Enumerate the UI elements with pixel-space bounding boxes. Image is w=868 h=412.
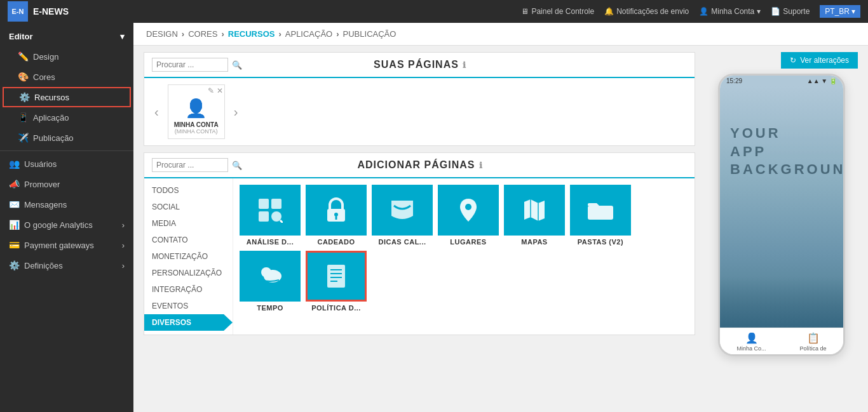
pages-carousel: ‹ ✎ ✕ 👤 MINHA CONTA (MINHA CONTA) › — [144, 78, 695, 145]
painel-controle-link[interactable]: 🖥 Painel de Controle — [521, 7, 594, 16]
page-card-controls: ✎ ✕ — [208, 86, 223, 95]
svg-rect-12 — [327, 265, 345, 288]
adicionar-paginas-header: 🔍 ADICIONAR PÁGINAS ℹ — [144, 153, 695, 178]
svg-rect-1 — [271, 199, 281, 209]
tile-mapas[interactable]: MAPAS — [504, 185, 565, 246]
svg-point-3 — [271, 211, 281, 222]
adicionar-paginas-title: ADICIONAR PÁGINAS ℹ — [357, 159, 482, 171]
left-panels: 🔍 SUAS PÁGINAS ℹ ‹ ✎ — [144, 52, 695, 406]
pastas-icon — [570, 185, 631, 236]
publicacao-icon: ✈️ — [18, 133, 28, 143]
breadcrumb: DESIGN › CORES › RECURSOS › APLICAÇÃO › … — [133, 23, 868, 46]
add-search-icon[interactable]: 🔍 — [232, 161, 242, 170]
app-title: E-NEWS — [33, 6, 69, 17]
adicionar-paginas-search-input[interactable] — [152, 158, 228, 172]
tile-analise[interactable]: ANÁLISE D... — [240, 185, 301, 246]
search-icon[interactable]: 🔍 — [232, 60, 242, 70]
content-area: DESIGN › CORES › RECURSOS › APLICAÇÃO › … — [133, 23, 868, 412]
topbar: E-N E-NEWS 🖥 Painel de Controle 🔔 Notifi… — [0, 0, 868, 23]
lang-button[interactable]: PT_BR ▾ — [820, 5, 860, 18]
sidebar-item-definicoes[interactable]: ⚙️ Definições › — [0, 255, 133, 276]
minha-conta-link[interactable]: 👤 Minha Conta ▾ — [699, 7, 761, 16]
breadcrumb-publicacao[interactable]: PUBLICAÇÃO — [343, 29, 397, 39]
svg-rect-0 — [259, 199, 269, 209]
phone-bottom-nav: 👤 Minha Co... 📋 Política de — [720, 328, 843, 354]
logo: E-N — [8, 1, 28, 22]
sidebar-item-aplicacao[interactable]: 📱 Aplicação — [0, 107, 133, 128]
breadcrumb-cores[interactable]: CORES — [188, 29, 217, 39]
cat-personalizacao[interactable]: PERSONALIZAÇÃO — [144, 265, 233, 281]
cat-eventos[interactable]: EVENTOS — [144, 298, 233, 314]
breadcrumb-design[interactable]: DESIGN — [146, 29, 178, 39]
svg-point-8 — [465, 204, 471, 210]
sidebar: Editor ▾ ✏️ Design 🎨 Cores ⚙️ Recursos 📱… — [0, 23, 133, 412]
cores-icon: 🎨 — [18, 72, 28, 82]
phone-nav-minha-conta[interactable]: 👤 Minha Co... — [736, 332, 766, 352]
suas-paginas-info-icon[interactable]: ℹ — [463, 60, 466, 70]
suporte-link[interactable]: 📄 Suporte — [771, 7, 810, 16]
sidebar-item-publicacao[interactable]: ✈️ Publicação — [0, 128, 133, 148]
phone-nav-politica[interactable]: 📋 Política de — [799, 332, 826, 352]
phone-bg-text: YOURAPPBACKGROUND — [720, 86, 843, 179]
carousel-next[interactable]: › — [230, 105, 242, 119]
main-layout: Editor ▾ ✏️ Design 🎨 Cores ⚙️ Recursos 📱… — [0, 23, 868, 412]
suas-paginas-search-input[interactable] — [152, 58, 228, 72]
topbar-left: E-N E-NEWS — [8, 1, 69, 22]
breadcrumb-aplicacao[interactable]: APLICAÇÃO — [285, 29, 332, 39]
ver-alteracoes-button[interactable]: ↻ Ver alterações — [781, 52, 858, 69]
tile-pastas[interactable]: PASTAS (V2) — [570, 185, 631, 246]
cat-diversos[interactable]: DIVERSOS — [144, 314, 233, 331]
suas-paginas-header: 🔍 SUAS PÁGINAS ℹ — [144, 53, 695, 78]
tile-lugares[interactable]: LUGARES — [438, 185, 499, 246]
notificacoes-link[interactable]: 🔔 Notificações de envio — [604, 7, 689, 16]
tile-politica[interactable]: POLÍTICA D... — [306, 251, 367, 312]
sidebar-item-mensagens[interactable]: ✉️ Mensagens — [0, 194, 133, 215]
tile-cadeado[interactable]: CADEADO — [306, 185, 367, 246]
suas-paginas-title: SUAS PÁGINAS ℹ — [374, 59, 466, 70]
sidebar-item-design[interactable]: ✏️ Design — [0, 46, 133, 67]
page-card-edit-icon[interactable]: ✎ — [208, 86, 214, 95]
tempo-icon — [240, 251, 301, 302]
carousel-prev[interactable]: ‹ — [151, 105, 163, 119]
editor-section-header[interactable]: Editor ▾ — [0, 27, 133, 46]
mensagens-icon: ✉️ — [9, 199, 19, 209]
tile-tempo[interactable]: TEMPO — [240, 251, 301, 312]
mapas-icon — [504, 185, 565, 236]
usuarios-icon: 👥 — [9, 159, 19, 169]
cat-contato[interactable]: CONTATO — [144, 232, 233, 248]
phone-frame: 15:29 ▲▲ ▼ 🔋 YOURAPPBACKGROUND 👤 Mi — [718, 74, 845, 356]
cat-social[interactable]: SOCIAL — [144, 199, 233, 215]
sidebar-separator-1 — [0, 150, 133, 151]
phone-nav-minha-conta-icon: 👤 — [745, 332, 758, 344]
sidebar-item-promover[interactable]: 📣 Promover — [0, 174, 133, 194]
page-card-minha-conta[interactable]: ✎ ✕ 👤 MINHA CONTA (MINHA CONTA) — [168, 84, 225, 139]
sidebar-item-payment[interactable]: 💳 Payment gateways › — [0, 235, 133, 255]
promover-icon: 📣 — [9, 179, 19, 189]
design-icon: ✏️ — [18, 51, 28, 62]
content-scroll: 🔍 SUAS PÁGINAS ℹ ‹ ✎ — [133, 46, 868, 412]
phone-nav-politica-icon: 📋 — [807, 332, 820, 344]
politica-icon — [306, 251, 367, 302]
suas-paginas-search: 🔍 — [152, 58, 242, 72]
cat-media[interactable]: MEDIA — [144, 215, 233, 232]
svg-rect-2 — [259, 211, 269, 222]
sidebar-item-cores[interactable]: 🎨 Cores — [0, 67, 133, 87]
sidebar-item-recursos[interactable]: ⚙️ Recursos — [3, 87, 131, 107]
tile-dicas[interactable]: DICAS CAL... — [372, 185, 433, 246]
payment-icon: 💳 — [9, 240, 19, 250]
adicionar-paginas-info-icon[interactable]: ℹ — [479, 161, 483, 170]
pages-grid: ANÁLISE D... — [233, 178, 695, 335]
cat-integracao[interactable]: INTEGRAÇÃO — [144, 281, 233, 298]
cat-todos[interactable]: TODOS — [144, 182, 233, 199]
breadcrumb-recursos[interactable]: RECURSOS — [228, 29, 275, 39]
cat-monetizacao[interactable]: MONETIZAÇÃO — [144, 248, 233, 265]
page-card-delete-icon[interactable]: ✕ — [217, 86, 223, 95]
analise-icon — [240, 185, 301, 236]
svg-point-6 — [334, 213, 338, 216]
lugares-icon — [438, 185, 499, 236]
add-pages-body: TODOS SOCIAL MEDIA CONTATO MONETIZAÇÃO P… — [144, 178, 695, 335]
sidebar-item-usuarios[interactable]: 👥 Usuários — [0, 154, 133, 174]
definicoes-icon: ⚙️ — [9, 260, 19, 270]
sidebar-item-analytics[interactable]: 📊 O google Analytics › — [0, 215, 133, 235]
svg-line-4 — [280, 220, 283, 223]
